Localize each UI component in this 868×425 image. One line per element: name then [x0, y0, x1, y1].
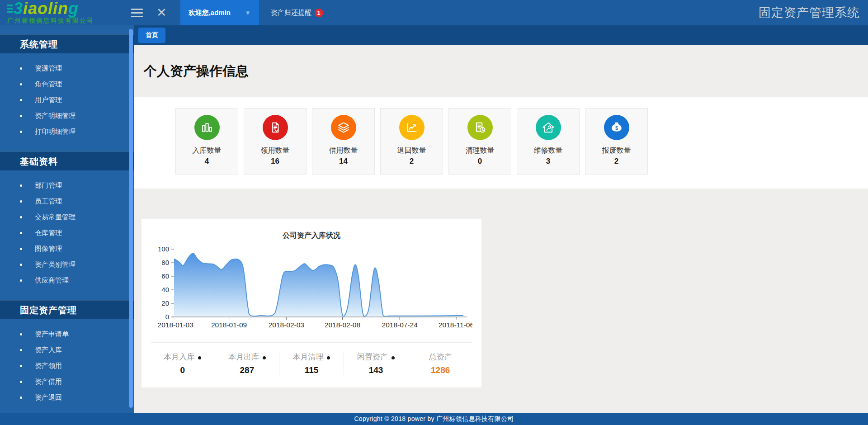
- summary-value: 0: [151, 365, 215, 375]
- app-logo: 3iaoling 广州标领信息科技有限公司: [0, 1, 126, 25]
- sidebar-section-0[interactable]: 系统管理: [0, 34, 134, 53]
- page-title: 个人资产操作信息: [144, 62, 868, 77]
- return-reminder-link[interactable]: 资产归还提醒 1: [271, 9, 323, 17]
- summary-label: 总资产: [429, 352, 452, 362]
- summary-item: 总资产1286: [408, 352, 472, 375]
- summary-value: 287: [215, 365, 279, 375]
- money-bag-icon: $: [604, 115, 629, 140]
- stat-card-label: 领用数量: [244, 146, 306, 156]
- sidebar-item[interactable]: 资产借用: [0, 374, 134, 390]
- x-tick-label: 2018-01-03: [158, 321, 193, 329]
- logo-text-part: 3: [14, 0, 23, 18]
- stat-card-value: 14: [312, 157, 374, 166]
- sidebar-item[interactable]: 仓库管理: [0, 225, 134, 241]
- system-title: 固定资产管理系统: [759, 5, 860, 21]
- x-tick-label: 2018-02-03: [269, 321, 304, 329]
- x-tick-label: 2018-02-08: [325, 321, 360, 329]
- summary-label: 本月清理: [292, 352, 323, 362]
- sidebar-section-1[interactable]: 基础资料: [0, 151, 134, 170]
- sidebar-item-label: 资产领用: [35, 362, 62, 370]
- sidebar-item[interactable]: 资产申请单: [0, 326, 134, 342]
- stat-card[interactable]: 退回数量2: [380, 108, 443, 175]
- bullet-icon: [20, 67, 22, 70]
- sidebar-item[interactable]: 资产类别管理: [0, 257, 134, 273]
- svg-text:$: $: [615, 125, 618, 131]
- summary-label-row: 本月入库: [151, 352, 215, 362]
- sidebar-item-label: 员工管理: [35, 197, 62, 206]
- sidebar-item[interactable]: 图像管理: [0, 241, 134, 257]
- stat-card[interactable]: 清理数量0: [448, 108, 511, 175]
- sidebar-item[interactable]: 资产明细管理: [0, 108, 134, 124]
- sidebar-item[interactable]: 部门管理: [0, 178, 134, 194]
- document-check-icon: [263, 115, 288, 140]
- bullet-icon: [20, 248, 22, 250]
- stat-card-value: 0: [449, 157, 511, 166]
- bullet-icon: [20, 131, 22, 133]
- sidebar-item[interactable]: 员工管理: [0, 194, 134, 209]
- sidebar-item[interactable]: 供应商管理: [0, 273, 134, 288]
- sidebar-item-label: 资产退回: [35, 393, 62, 402]
- sidebar-item[interactable]: 交易常量管理: [0, 209, 134, 225]
- sidebar-section-items: 资源管理角色管理用户管理资产明细管理打印明细管理: [0, 61, 134, 140]
- trend-line-icon: [399, 115, 425, 140]
- dot-icon: [392, 356, 395, 359]
- user-menu-button[interactable]: 欢迎您,admin ▼: [180, 0, 259, 25]
- summary-label-row: 总资产: [408, 352, 472, 362]
- stat-card[interactable]: 领用数量16: [244, 108, 307, 175]
- y-tick-label: 100: [158, 245, 169, 253]
- sidebar-item[interactable]: 资产入库: [0, 342, 134, 358]
- stat-cards-band: 入库数量4领用数量16借用数量14退回数量2清理数量0维修数量3$报废数量2: [134, 97, 868, 189]
- summary-label: 本月入库: [164, 352, 194, 362]
- stat-card[interactable]: 借用数量14: [312, 108, 375, 175]
- sidebar: 系统管理资源管理角色管理用户管理资产明细管理打印明细管理基础资料部门管理员工管理…: [0, 25, 134, 413]
- logo-text: 3iaoling: [14, 1, 79, 16]
- bullet-icon: [20, 232, 22, 234]
- chart-area-series: [174, 253, 463, 317]
- summary-label-row: 闲置资产: [344, 352, 408, 362]
- menu-toggle-icon[interactable]: [131, 9, 143, 17]
- main-content: 个人资产操作信息 入库数量4领用数量16借用数量14退回数量2清理数量0维修数量…: [134, 45, 868, 413]
- summary-label-row: 本月清理: [279, 352, 344, 362]
- summary-label: 闲置资产: [357, 352, 388, 362]
- bullet-icon: [20, 333, 22, 335]
- close-icon[interactable]: ✕: [156, 7, 167, 19]
- summary-value: 143: [344, 365, 408, 375]
- area-chart: 0204060801002018-01-032018-01-092018-02-…: [142, 240, 481, 331]
- bullet-icon: [20, 397, 22, 399]
- summary-value: 115: [279, 365, 344, 375]
- chart-canvas: 0204060801002018-01-032018-01-092018-02-…: [151, 240, 472, 331]
- chart-title: 公司资产入库状况: [142, 219, 481, 240]
- sidebar-item[interactable]: 用户管理: [0, 92, 134, 108]
- stat-card[interactable]: 入库数量4: [175, 108, 238, 175]
- stat-card[interactable]: $报废数量2: [585, 108, 648, 175]
- sidebar-item[interactable]: 资产退回: [0, 390, 134, 406]
- bullet-icon: [20, 279, 22, 282]
- stat-card-value: 16: [244, 157, 306, 166]
- sidebar-item[interactable]: 资产领用: [0, 358, 134, 374]
- stat-card-label: 退回数量: [381, 146, 443, 156]
- stat-card-label: 报废数量: [585, 146, 647, 156]
- logo-text-part: g: [68, 0, 79, 18]
- chart-panel: 公司资产入库状况 0204060801002018-01-032018-01-0…: [142, 219, 481, 387]
- y-tick-label: 80: [161, 259, 169, 266]
- sidebar-section-2[interactable]: 固定资产管理: [0, 300, 134, 319]
- summary-item: 闲置资产143: [344, 352, 408, 375]
- house-wrench-icon: [536, 115, 561, 140]
- sidebar-item-label: 资产类别管理: [35, 260, 75, 269]
- sidebar-item-label: 资产明细管理: [35, 112, 75, 120]
- sidebar-scrollbar[interactable]: [129, 29, 133, 408]
- sidebar-item[interactable]: 角色管理: [0, 76, 134, 92]
- tab-home[interactable]: 首页: [138, 28, 165, 43]
- sidebar-item[interactable]: 资源管理: [0, 61, 134, 76]
- bullet-icon: [20, 264, 22, 266]
- sidebar-item[interactable]: 打印明细管理: [0, 124, 134, 140]
- document-clock-icon: [467, 115, 493, 140]
- stat-card-label: 维修数量: [517, 146, 579, 156]
- sidebar-item-label: 用户管理: [35, 96, 62, 104]
- sidebar-item-label: 资产借用: [35, 378, 62, 386]
- stat-card[interactable]: 维修数量3: [517, 108, 580, 175]
- top-header: 3iaoling 广州标领信息科技有限公司 ✕ 欢迎您,admin ▼ 资产归还…: [0, 0, 868, 25]
- summary-item: 本月入库0: [151, 352, 215, 375]
- bullet-icon: [20, 115, 22, 117]
- notice-count-badge: 1: [315, 9, 323, 17]
